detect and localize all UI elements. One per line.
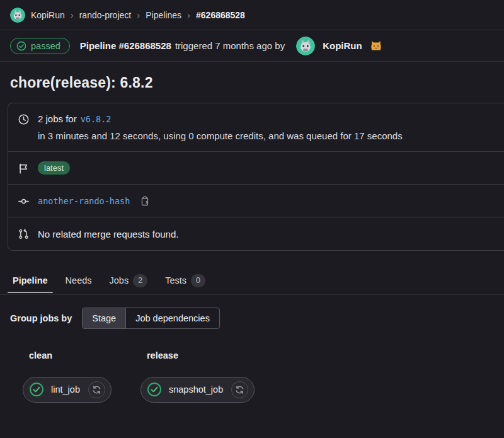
retry-icon [92, 385, 101, 395]
stage-name: release [140, 350, 255, 360]
flag-icon [18, 163, 29, 174]
copy-icon [140, 196, 150, 206]
commit-icon [18, 196, 29, 207]
no-merge-requests-text: No related merge requests found. [38, 229, 178, 239]
stage-clean: clean lint_job [23, 350, 112, 403]
job-snapshot-job[interactable]: snapshot_job [140, 377, 255, 403]
jobs-summary-text: 2 jobs for v6.8.2 in 3 minutes and 12 se… [38, 113, 403, 141]
ref-link[interactable]: v6.8.2 [81, 114, 112, 124]
avatar-image [296, 37, 315, 55]
breadcrumb-separator: › [187, 9, 190, 20]
clock-icon [18, 114, 29, 125]
merge-request-row: No related merge requests found. [8, 217, 504, 250]
pipeline-tabs: Pipeline Needs Jobs 2 Tests 0 [0, 267, 504, 295]
pipeline-title: chore(release): 6.8.2 [0, 62, 504, 103]
jobs-count-text: 2 jobs for [38, 113, 77, 124]
user-name[interactable]: KopiRun [323, 40, 362, 51]
pipeline-number: Pipeline #626868528 [80, 40, 171, 51]
group-by-dependencies-button[interactable]: Job dependencies [125, 308, 219, 328]
jobs-count-badge: 2 [133, 274, 147, 287]
pipeline-summary-card: 2 jobs for v6.8.2 in 3 minutes and 12 se… [8, 103, 504, 251]
jobs-summary-row: 2 jobs for v6.8.2 in 3 minutes and 12 se… [8, 103, 504, 152]
tab-jobs[interactable]: Jobs 2 [107, 267, 151, 294]
tab-label: Needs [66, 275, 92, 285]
commit-hash-link[interactable]: another-rando-hash [38, 196, 130, 206]
stage-release: release snapshot_job [140, 350, 255, 403]
duration-text: in 3 minutes and 12 seconds, using 0 com… [38, 130, 403, 141]
retry-job-button[interactable] [88, 381, 105, 398]
job-success-icon [29, 382, 44, 397]
group-jobs-label: Group jobs by [10, 313, 72, 323]
group-by-stage-button[interactable]: Stage [83, 308, 125, 328]
breadcrumb-project[interactable]: rando-project [79, 10, 132, 20]
latest-row: latest [8, 152, 504, 185]
breadcrumb-pipelines[interactable]: Pipelines [146, 10, 181, 20]
avatar-image [10, 8, 25, 23]
job-name: lint_job [51, 384, 81, 395]
tab-label: Tests [165, 275, 186, 285]
retry-icon [235, 385, 244, 395]
triggered-text: triggered 7 months ago by [175, 40, 285, 51]
tab-label: Pipeline [13, 275, 48, 285]
status-badge-passed[interactable]: passed [10, 38, 70, 54]
stage-name: clean [23, 350, 112, 360]
job-lint-job[interactable]: lint_job [23, 377, 112, 403]
cat-emoji-icon [370, 40, 382, 52]
pipeline-graph: clean lint_job release [0, 350, 504, 403]
group-jobs-row: Group jobs by Stage Job dependencies [0, 295, 504, 329]
user-avatar[interactable] [296, 37, 315, 55]
group-jobs-toggle: Stage Job dependencies [82, 308, 220, 329]
tab-needs[interactable]: Needs [63, 268, 94, 292]
breadcrumb-separator: › [137, 9, 140, 20]
tab-pipeline[interactable]: Pipeline [10, 268, 50, 292]
tab-tests[interactable]: Tests 0 [163, 267, 208, 294]
copy-commit-button[interactable] [140, 196, 150, 206]
breadcrumb-pipeline-id: #626868528 [196, 10, 245, 20]
check-circle-icon [16, 41, 26, 51]
breadcrumb-separator: › [71, 9, 74, 20]
breadcrumb-group[interactable]: KopiRun [31, 10, 65, 20]
retry-job-button[interactable] [231, 381, 248, 398]
latest-badge[interactable]: latest [38, 161, 70, 175]
tests-count-badge: 0 [191, 274, 205, 287]
breadcrumb: KopiRun › rando-project › Pipelines › #6… [0, 0, 504, 30]
pipeline-trigger-text: Pipeline #626868528 triggered 7 months a… [80, 40, 285, 51]
merge-request-icon [18, 229, 29, 239]
pipeline-status-bar: passed Pipeline #626868528 triggered 7 m… [0, 30, 504, 62]
job-success-icon [147, 382, 162, 397]
job-name: snapshot_job [169, 384, 224, 395]
group-avatar[interactable] [10, 8, 25, 23]
status-badge-label: passed [31, 41, 60, 51]
commit-row: another-rando-hash [8, 185, 504, 217]
tab-label: Jobs [110, 275, 129, 285]
